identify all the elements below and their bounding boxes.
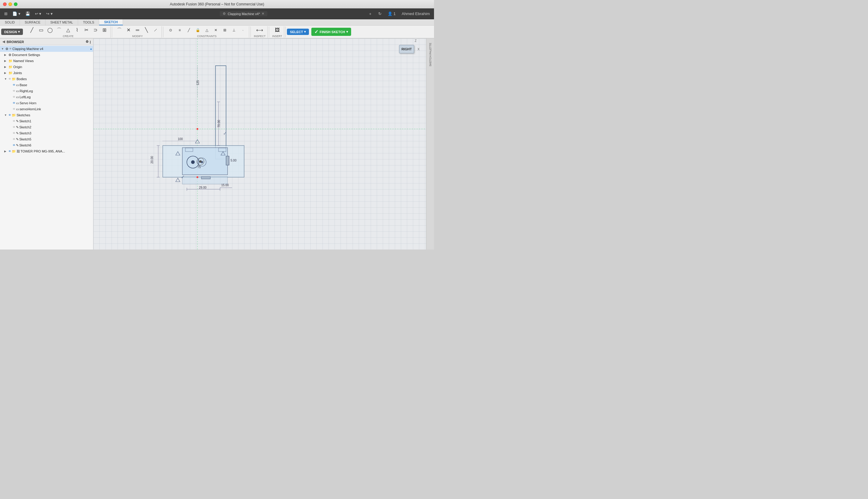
arc-tool[interactable]: ⌒ bbox=[55, 27, 63, 33]
tree-joints[interactable]: ▶ 📁 Joints bbox=[0, 70, 93, 76]
user-count[interactable]: 👤 1 bbox=[386, 11, 398, 17]
tab-sketch[interactable]: SKETCH bbox=[99, 19, 123, 25]
dimension-tool[interactable]: ⟷ bbox=[255, 27, 264, 33]
tree-sketch6[interactable]: 👁 ✎ Sketch6 bbox=[0, 142, 93, 148]
polygon-tool[interactable]: △ bbox=[64, 27, 72, 33]
tangent-tool[interactable]: △ bbox=[203, 28, 211, 33]
coincident-tool[interactable]: ⊙ bbox=[166, 28, 175, 33]
minimize-button[interactable] bbox=[9, 2, 12, 6]
rightleg-label: RightLeg bbox=[20, 89, 92, 93]
add-tab-button[interactable]: ＋ bbox=[366, 10, 374, 17]
main-toolbar: ⊞ 📄 ▾ 💾 ↩ ▾ ↪ ▾ ⚙ Clapping Machine v4* ✕… bbox=[0, 9, 434, 19]
tree-tower-pro[interactable]: ▶ 👁 📁 ⛓ TOWER PRO MG-995, ANA... bbox=[0, 148, 93, 154]
save-button[interactable]: 💾 bbox=[24, 11, 32, 17]
tree-sketch2[interactable]: 👁 ✎ Sketch2 bbox=[0, 124, 93, 130]
horizontal-tool[interactable]: ╱ bbox=[184, 28, 193, 33]
tree-base[interactable]: 👁 ▭ Base bbox=[0, 82, 93, 88]
file-button[interactable]: 📄 ▾ bbox=[11, 11, 22, 17]
browser-resize-icon[interactable]: | bbox=[90, 40, 91, 44]
collinear-tool[interactable]: ≡ bbox=[175, 28, 184, 33]
view-axis-z: Z bbox=[415, 39, 416, 42]
sketches-label: Sketches bbox=[16, 113, 92, 117]
break-tool[interactable]: ╲ bbox=[142, 27, 151, 33]
sketch-viewport[interactable]: 125 70.00 100 20.00 75 5.00 29.00 bbox=[94, 39, 426, 250]
ribbon: SOLID SURFACE SHEET METAL TOOLS SKETCH D… bbox=[0, 19, 434, 39]
tab-surface[interactable]: SURFACE bbox=[20, 19, 46, 25]
scissors-tool[interactable]: ✂ bbox=[82, 27, 90, 33]
sep-1 bbox=[112, 26, 112, 37]
finish-sketch-button[interactable]: ✓ FINISH SKETCH ▾ bbox=[311, 28, 351, 36]
tab-sheet-metal[interactable]: SHEET METAL bbox=[46, 19, 78, 25]
grid-menu-button[interactable]: ⊞ bbox=[2, 11, 9, 17]
sketch1-label: Sketch1 bbox=[19, 119, 92, 123]
tree-sketches[interactable]: ▼ 👁 📁 Sketches bbox=[0, 112, 93, 118]
inspect-group: ⟷ INSPECT bbox=[252, 26, 268, 38]
tab-tools[interactable]: TOOLS bbox=[78, 19, 99, 25]
canvas-area[interactable]: 125 70.00 100 20.00 75 5.00 29.00 bbox=[94, 39, 426, 250]
named-views-label: Named Views bbox=[13, 59, 92, 63]
spline-tool[interactable]: ⌇ bbox=[73, 27, 81, 33]
tree-sketch5[interactable]: 👁 ✎ Sketch5 bbox=[0, 136, 93, 142]
image-tool[interactable]: 🖼 bbox=[273, 27, 281, 33]
browser-settings-icon[interactable]: ⚙ bbox=[86, 40, 89, 44]
svg-rect-11 bbox=[226, 156, 229, 165]
create-tools: ╱ ▭ ◯ ⌒ △ ⌇ ✂ bbox=[28, 26, 109, 34]
parallel-tool[interactable]: ⊞ bbox=[221, 28, 229, 33]
svg-text:✓: ✓ bbox=[181, 174, 185, 180]
window-controls[interactable] bbox=[3, 2, 17, 6]
tree-origin[interactable]: ▶ 📁 Origin bbox=[0, 64, 93, 70]
constraints-label: CONSTRAINTS bbox=[197, 35, 217, 38]
tree-sketch1[interactable]: 👁 ✎ Sketch1 bbox=[0, 118, 93, 124]
sketch-palette-label: SKETCH PALETTE bbox=[429, 43, 432, 66]
mirror-tool[interactable]: ⊞ bbox=[100, 27, 109, 33]
redo-button[interactable]: ↪ ▾ bbox=[44, 11, 54, 17]
refresh-button[interactable]: ↻ bbox=[377, 11, 383, 17]
mirror-icon: ⊞ bbox=[102, 28, 106, 33]
svg-marker-19 bbox=[176, 178, 180, 182]
rect-icon: ▭ bbox=[39, 28, 44, 33]
view-cube-right-face[interactable]: RIGHT bbox=[399, 45, 414, 53]
close-button[interactable] bbox=[3, 2, 7, 6]
tree-named-views[interactable]: ▶ 📁 Named Views bbox=[0, 58, 93, 64]
line-tool[interactable]: ╱ bbox=[28, 27, 36, 33]
lock-tool[interactable]: 🔒 bbox=[194, 28, 202, 33]
tree-bodies[interactable]: ▼ 👁 📁 Bodies bbox=[0, 76, 93, 82]
tree-root[interactable]: ▼ ⚙ 👁 Clapping Machine v4 ● bbox=[0, 46, 93, 52]
circle-tool[interactable]: ◯ bbox=[46, 27, 54, 33]
symmetric-tool[interactable]: ✕ bbox=[211, 28, 220, 33]
close-document-icon[interactable]: ✕ bbox=[261, 12, 264, 16]
sketch-palette-panel: SKETCH PALETTE bbox=[426, 39, 434, 250]
rect-tool[interactable]: ▭ bbox=[37, 27, 45, 33]
tree-document-settings[interactable]: ▶ ⚙ Document Settings bbox=[0, 52, 93, 58]
maximize-button[interactable] bbox=[14, 2, 17, 6]
design-button[interactable]: DESIGN ▾ bbox=[1, 29, 23, 35]
midpoint-tool[interactable]: ⊥ bbox=[230, 28, 238, 33]
tab-solid[interactable]: SOLID bbox=[0, 19, 20, 25]
tree-sketch3[interactable]: 👁 ✎ Sketch3 bbox=[0, 130, 93, 136]
undo-button[interactable]: ↩ ▾ bbox=[33, 11, 44, 17]
arc-icon: ⌒ bbox=[57, 28, 61, 33]
svg-text:125: 125 bbox=[196, 80, 199, 85]
tree-servo-horn-link[interactable]: 👁 ▭ servoHornLink bbox=[0, 106, 93, 112]
svg-rect-18 bbox=[201, 177, 210, 179]
point-tool[interactable]: · bbox=[239, 28, 247, 33]
user-name[interactable]: Ahmed Ebrahim bbox=[400, 11, 431, 17]
browser-title: BROWSER bbox=[7, 40, 24, 44]
browser-collapse-icon[interactable]: ◀ bbox=[2, 40, 5, 44]
browser-header: ◀ BROWSER ⚙ | bbox=[0, 39, 93, 45]
sketch6-label: Sketch6 bbox=[19, 144, 92, 147]
line-icon: ╱ bbox=[30, 28, 34, 33]
scale-tool[interactable]: ⟋ bbox=[151, 27, 160, 33]
tree-servo-horn[interactable]: 👁 ▭ Servo Horn bbox=[0, 100, 93, 106]
offset-tool[interactable]: ⊃ bbox=[91, 27, 99, 33]
spline-icon: ⌇ bbox=[76, 28, 78, 33]
select-button[interactable]: SELECT ▾ bbox=[287, 29, 309, 35]
tree-rightleg[interactable]: 👁 ▭ RightLeg bbox=[0, 88, 93, 94]
tree-leftleg[interactable]: 👁 ▭ LeftLeg bbox=[0, 94, 93, 100]
extend-tool[interactable]: ═ bbox=[133, 27, 142, 33]
trim-tool[interactable]: ✕ bbox=[124, 27, 133, 33]
offset-icon: ⊃ bbox=[94, 28, 97, 33]
view-cube[interactable]: RIGHT X Z bbox=[396, 41, 417, 57]
constraints-tools: ⊙ ≡ ╱ 🔒 △ ✕ ⊞ ⊥ · bbox=[166, 26, 247, 34]
fillet-tool[interactable]: ⌒ bbox=[115, 27, 124, 33]
